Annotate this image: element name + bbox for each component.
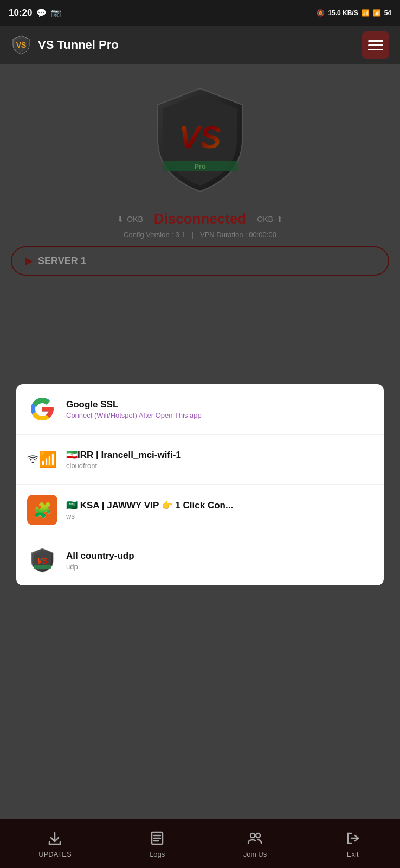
status-right: 🔕 15.0 KB/S 📶 📶 54 bbox=[317, 9, 391, 17]
app-logo-icon: VS bbox=[11, 35, 31, 55]
nav-item-join-us[interactable]: Join Us bbox=[243, 829, 267, 858]
app-header: VS VS Tunnel Pro bbox=[0, 26, 400, 64]
bell-icon: 🔕 bbox=[317, 9, 325, 17]
join-us-label: Join Us bbox=[243, 850, 267, 858]
jawwy-title: 🇸🇦 KSA | JAWWY VIP 👉 1 Click Con... bbox=[66, 500, 373, 511]
irancell-subtitle: cloudfront bbox=[66, 462, 373, 470]
message-icon: 💬 bbox=[36, 8, 47, 18]
bottom-navigation: UPDATES Logs Join Us bbox=[0, 819, 400, 868]
irancell-title: 🇮🇷IRR | Irancell_mci-wifi-1 bbox=[66, 449, 373, 461]
svg-point-9 bbox=[256, 833, 260, 838]
jawwy-subtitle: ws bbox=[66, 512, 373, 520]
google-ssl-subtitle: Connect (Wifi/Hotspot) After Open This a… bbox=[66, 411, 373, 419]
nav-item-logs[interactable]: Logs bbox=[149, 829, 166, 858]
signal-icon-1: 📶 bbox=[362, 9, 370, 17]
shield-small-icon: VS bbox=[27, 545, 57, 576]
logs-icon bbox=[149, 829, 166, 847]
all-country-info: All country-udp udp bbox=[66, 551, 373, 571]
google-ssl-info: Google SSL Connect (Wifi/Hotspot) After … bbox=[66, 399, 373, 419]
exit-icon bbox=[344, 829, 362, 847]
list-item[interactable]: 📶 🇮🇷IRR | Irancell_mci-wifi-1 cloudfront bbox=[16, 435, 384, 485]
exit-label: Exit bbox=[347, 850, 359, 858]
server-selection-modal: Google SSL Connect (Wifi/Hotspot) After … bbox=[16, 384, 384, 585]
status-bar: 10:20 💬 📷 🔕 15.0 KB/S 📶 📶 54 bbox=[0, 0, 400, 26]
svg-point-8 bbox=[250, 833, 255, 838]
list-item[interactable]: VS All country-udp udp bbox=[16, 535, 384, 585]
wifi-icon: 📶 bbox=[27, 444, 57, 475]
svg-rect-5 bbox=[34, 565, 51, 569]
all-country-title: All country-udp bbox=[66, 551, 373, 561]
battery-indicator: 54 bbox=[384, 9, 391, 17]
list-item[interactable]: 🧩 🇸🇦 KSA | JAWWY VIP 👉 1 Click Con... ws bbox=[16, 485, 384, 535]
signal-icon-2: 📶 bbox=[373, 9, 381, 17]
speed-indicator: 15.0 KB/S bbox=[328, 9, 358, 17]
app-title: VS Tunnel Pro bbox=[38, 38, 119, 52]
nav-item-updates[interactable]: UPDATES bbox=[38, 829, 71, 858]
nav-item-exit[interactable]: Exit bbox=[344, 829, 362, 858]
logs-label: Logs bbox=[150, 850, 165, 858]
list-item[interactable]: Google SSL Connect (Wifi/Hotspot) After … bbox=[16, 384, 384, 435]
irancell-info: 🇮🇷IRR | Irancell_mci-wifi-1 cloudfront bbox=[66, 449, 373, 470]
svg-text:VS: VS bbox=[16, 41, 27, 49]
jawwy-icon: 🧩 bbox=[27, 495, 57, 525]
updates-label: UPDATES bbox=[38, 850, 71, 858]
jawwy-info: 🇸🇦 KSA | JAWWY VIP 👉 1 Click Con... ws bbox=[66, 500, 373, 520]
camera-icon: 📷 bbox=[51, 8, 61, 18]
status-left: 10:20 💬 📷 bbox=[9, 8, 61, 18]
svg-point-4 bbox=[32, 462, 34, 464]
svg-text:VS: VS bbox=[37, 557, 48, 565]
google-icon bbox=[27, 394, 57, 424]
updates-icon bbox=[46, 829, 63, 847]
all-country-subtitle: udp bbox=[66, 563, 373, 571]
join-us-icon bbox=[246, 829, 263, 847]
menu-button[interactable] bbox=[362, 31, 389, 59]
app-header-left: VS VS Tunnel Pro bbox=[11, 35, 119, 55]
google-ssl-title: Google SSL bbox=[66, 399, 373, 410]
main-content: VS Pro ⬇ OKB Disconnected OKB ⬆ Config V… bbox=[0, 64, 400, 857]
time: 10:20 bbox=[9, 8, 32, 18]
